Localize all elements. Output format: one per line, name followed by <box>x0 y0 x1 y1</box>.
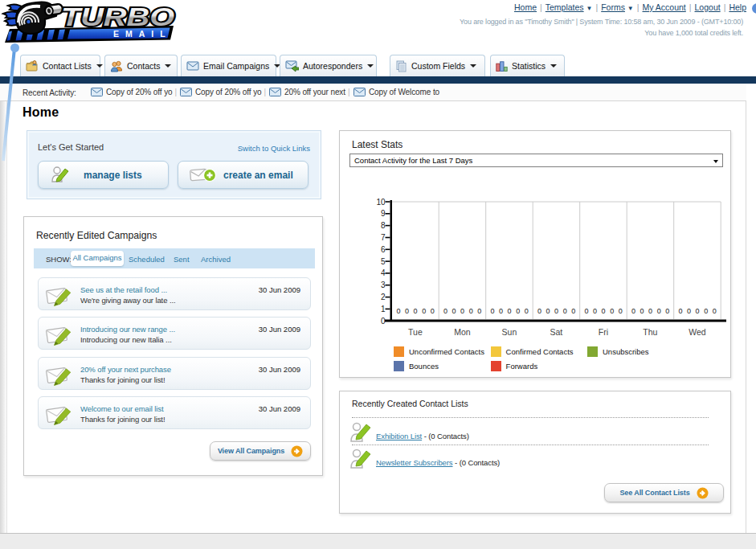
svg-text:0: 0 <box>619 307 623 315</box>
svg-text:0: 0 <box>563 307 567 315</box>
svg-text:4: 4 <box>381 268 386 277</box>
svg-text:0: 0 <box>713 307 717 315</box>
svg-text:0: 0 <box>508 307 512 315</box>
svg-text:0: 0 <box>396 307 400 315</box>
svg-text:Sat: Sat <box>550 327 563 337</box>
svg-text:0: 0 <box>537 307 541 315</box>
svg-text:0: 0 <box>610 307 614 315</box>
svg-text:Fri: Fri <box>599 327 608 337</box>
svg-text:0: 0 <box>584 307 588 315</box>
svg-text:0: 0 <box>657 307 661 315</box>
svg-text:0: 0 <box>452 307 456 315</box>
svg-text:10: 10 <box>376 198 386 207</box>
svg-text:0: 0 <box>431 307 435 315</box>
svg-text:0: 0 <box>696 307 700 315</box>
svg-text:0: 0 <box>414 307 418 315</box>
svg-text:0: 0 <box>640 307 644 315</box>
svg-text:0: 0 <box>490 307 494 315</box>
svg-text:0: 0 <box>631 307 635 315</box>
svg-text:Sun: Sun <box>502 327 517 337</box>
svg-text:7: 7 <box>381 233 386 242</box>
svg-text:0: 0 <box>554 307 558 315</box>
svg-text:0: 0 <box>499 307 503 315</box>
svg-text:Wed: Wed <box>689 327 706 337</box>
svg-text:0: 0 <box>460 307 464 315</box>
svg-text:0: 0 <box>687 307 691 315</box>
svg-text:0: 0 <box>593 307 597 315</box>
svg-text:2: 2 <box>381 293 386 301</box>
svg-text:0: 0 <box>405 307 409 315</box>
svg-text:6: 6 <box>381 245 386 254</box>
svg-text:0: 0 <box>648 307 652 315</box>
svg-text:Thu: Thu <box>643 327 657 337</box>
svg-text:TURBO: TURBO <box>61 3 174 31</box>
svg-text:0: 0 <box>704 307 708 315</box>
svg-text:3: 3 <box>381 281 386 289</box>
svg-text:0: 0 <box>546 307 550 315</box>
svg-text:Tue: Tue <box>408 327 423 337</box>
svg-text:0: 0 <box>665 307 669 315</box>
svg-text:0: 0 <box>443 307 447 315</box>
svg-text:8: 8 <box>381 221 386 230</box>
svg-text:5: 5 <box>381 257 386 266</box>
svg-text:9: 9 <box>381 209 386 218</box>
svg-text:0: 0 <box>602 307 606 315</box>
svg-text:Mon: Mon <box>454 327 471 337</box>
svg-text:0: 0 <box>571 307 575 315</box>
svg-text:0: 0 <box>469 307 473 315</box>
svg-text:0: 0 <box>525 307 529 315</box>
svg-text:0: 0 <box>678 307 682 315</box>
svg-text:0: 0 <box>516 307 520 315</box>
svg-text:0: 0 <box>477 307 481 315</box>
svg-text:0: 0 <box>422 307 426 315</box>
svg-text:1: 1 <box>381 305 386 313</box>
